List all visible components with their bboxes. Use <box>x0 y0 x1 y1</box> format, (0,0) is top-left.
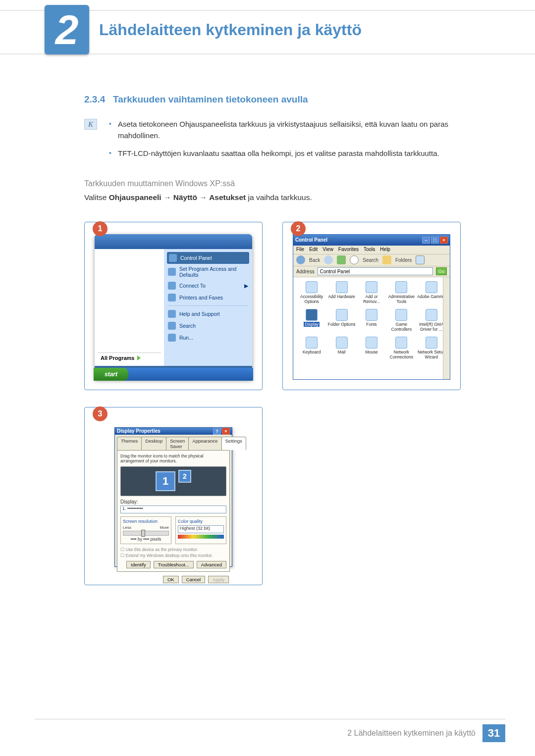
page-content: 2.3.4 Tarkkuuden vaihtaminen tietokoneen… <box>84 94 490 602</box>
start-menu-body: All Programs Control Panel Set <box>95 249 252 366</box>
control-panel-window: Control Panel – □ × File Edit View Favor… <box>293 234 450 380</box>
tab-desktop[interactable]: Desktop <box>141 437 166 450</box>
screenshot-row-1: 1 All Programs <box>84 222 490 390</box>
cp-item-add-hardware[interactable]: Add Hardware <box>327 281 356 307</box>
menu-file[interactable]: File <box>296 247 304 253</box>
color-quality-select[interactable]: Highest (32 bit) <box>178 525 224 533</box>
monitor-arrangement[interactable]: 1 2 <box>120 466 226 496</box>
cp-item-fonts[interactable]: Fonts <box>357 309 386 335</box>
display-select[interactable]: 1. •••••••••• <box>120 505 226 513</box>
cp-item-admin-tools[interactable]: Administrative Tools <box>387 281 416 307</box>
tab-settings[interactable]: Settings <box>221 437 246 450</box>
menu-item-run[interactable]: Run... <box>167 332 249 344</box>
menu-view[interactable]: View <box>322 247 333 253</box>
display-label: Display: <box>120 499 226 504</box>
cp-item-network-connections[interactable]: Network Connections <box>387 337 416 362</box>
extend-desktop-checkbox[interactable]: ☐ Extend my Windows desktop onto this mo… <box>120 553 226 558</box>
slider-thumb[interactable] <box>141 530 145 537</box>
menu-tools[interactable]: Tools <box>364 247 375 253</box>
cp-item-mouse[interactable]: Mouse <box>357 337 386 362</box>
keyboard-icon <box>306 337 318 349</box>
cp-item-keyboard[interactable]: Keyboard <box>297 337 326 362</box>
menu-separator <box>168 305 248 306</box>
forward-icon[interactable] <box>324 255 333 264</box>
maximize-button[interactable]: □ <box>431 237 439 244</box>
cp-item-label: Network Setup Wizard <box>417 350 446 359</box>
arrow-icon: → <box>163 193 173 202</box>
screenshot-card-1: 1 All Programs <box>84 222 263 390</box>
start-menu: All Programs Control Panel Set <box>95 234 252 380</box>
menu-item-control-panel[interactable]: Control Panel <box>167 252 249 264</box>
views-icon[interactable] <box>416 255 425 264</box>
dialog-title-bar: Display Properties ? × <box>115 428 232 435</box>
identify-button[interactable]: Identify <box>126 561 151 568</box>
close-button[interactable]: × <box>222 428 230 435</box>
menu-help[interactable]: Help <box>380 247 390 253</box>
resolution-slider[interactable] <box>123 531 169 536</box>
mail-icon <box>336 337 348 349</box>
instr-path-2: Näyttö <box>173 193 197 202</box>
step-badge-2: 2 <box>291 221 306 236</box>
check-label: Use this device as the primary monitor. <box>125 547 198 552</box>
cp-item-folder-options[interactable]: Folder Options <box>327 309 356 335</box>
control-panel-screenshot: Control Panel – □ × File Edit View Favor… <box>293 234 450 380</box>
monitor-1-icon[interactable]: 1 <box>156 471 175 491</box>
start-menu-left-pane: All Programs <box>95 249 164 366</box>
cp-item-accessibility[interactable]: Accessibility Options <box>297 281 326 307</box>
primary-monitor-checkbox[interactable]: ☐ Use this device as the primary monitor… <box>120 547 226 552</box>
ok-button[interactable]: OK <box>163 576 179 583</box>
display-icon <box>306 309 318 321</box>
tab-themes[interactable]: Themes <box>117 437 142 450</box>
cp-item-intel-gma[interactable]: Intel(R) GMA Driver for ... <box>417 309 446 335</box>
color-quality-group: Color quality Highest (32 bit) <box>175 516 226 544</box>
menu-item-search[interactable]: Search <box>167 320 249 332</box>
start-menu-header <box>95 234 252 249</box>
monitor-2-icon[interactable]: 2 <box>178 470 191 483</box>
up-icon[interactable] <box>337 255 346 264</box>
help-button[interactable]: ? <box>213 428 221 435</box>
cp-item-add-remove[interactable]: Add or Remov... <box>357 281 386 307</box>
scrollbar[interactable] <box>443 277 450 379</box>
menu-item-connect-to[interactable]: Connect To ▶ <box>167 280 249 292</box>
menu-favorites[interactable]: Favorites <box>338 247 359 253</box>
window-title-bar: Control Panel – □ × <box>293 235 450 246</box>
network-setup-icon <box>426 337 437 349</box>
all-programs-button[interactable]: All Programs <box>98 353 161 363</box>
search-icon <box>168 322 176 330</box>
note-item: TFT-LCD-näyttöjen kuvanlaatu saattaa oll… <box>107 148 490 159</box>
start-button[interactable]: start <box>94 368 128 381</box>
minimize-button[interactable]: – <box>422 237 430 244</box>
network-connections-icon <box>395 337 407 349</box>
cancel-button[interactable]: Cancel <box>182 576 206 583</box>
cp-item-mail[interactable]: Mail <box>327 337 356 362</box>
run-icon <box>168 334 176 342</box>
address-bar: Address Go <box>293 266 450 277</box>
cp-item-adobe-gamma[interactable]: Adobe Gamma <box>417 281 446 307</box>
address-input[interactable] <box>318 267 433 275</box>
advanced-button[interactable]: Advanced <box>197 561 226 568</box>
fonts-icon <box>366 309 377 321</box>
close-button[interactable]: × <box>440 237 448 244</box>
back-icon[interactable] <box>296 255 305 264</box>
menu-item-help[interactable]: Help and Support <box>167 308 249 320</box>
address-label: Address <box>296 269 315 274</box>
dialog-tabs: Themes Desktop Screen Saver Appearance S… <box>115 435 232 450</box>
cp-item-game-controllers[interactable]: Game Controllers <box>387 309 416 335</box>
menu-edit[interactable]: Edit <box>309 247 318 253</box>
dialog-title: Display Properties <box>117 428 160 434</box>
troubleshoot-button[interactable]: Troubleshoot... <box>154 561 194 568</box>
tab-appearance[interactable]: Appearance <box>188 437 221 450</box>
folders-icon[interactable] <box>382 255 391 264</box>
cp-item-display[interactable]: Display <box>297 309 326 335</box>
add-remove-icon <box>366 281 377 293</box>
search-icon[interactable] <box>350 255 359 264</box>
apply-button[interactable]: Apply <box>208 576 229 583</box>
tab-screensaver[interactable]: Screen Saver <box>166 437 189 450</box>
menu-item-program-access[interactable]: Set Program Access and Defaults <box>167 264 249 280</box>
color-quality-label: Color quality <box>178 519 224 524</box>
go-button[interactable]: Go <box>436 267 447 275</box>
help-icon <box>168 310 176 318</box>
cp-item-network-setup[interactable]: Network Setup Wizard <box>417 337 446 362</box>
cp-item-label: Network Connections <box>387 350 416 359</box>
menu-item-printers[interactable]: Printers and Faxes <box>167 292 249 303</box>
